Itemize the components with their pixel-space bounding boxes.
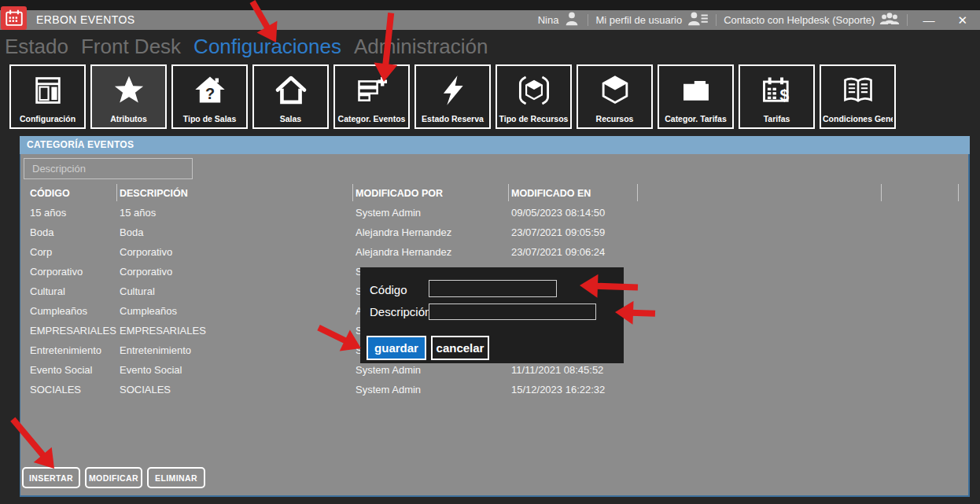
- table-row-sociales-modificado-por[interactable]: System Admin: [356, 380, 421, 399]
- column-header-modificado-por[interactable]: MODIFICADO POR: [356, 184, 443, 203]
- toolbar-button-label: Atributos: [94, 114, 164, 123]
- toolbar-button-categor-eventos[interactable]: Categor. Eventos: [333, 64, 410, 129]
- list-plus-icon: [335, 71, 408, 110]
- toolbar-button-salas[interactable]: Salas: [252, 64, 329, 129]
- table-row-corporativo-descripcion[interactable]: Corporativo: [120, 262, 172, 281]
- table-row-sociales-codigo[interactable]: SOCIALES: [30, 380, 81, 399]
- svg-text:?: ?: [204, 85, 214, 102]
- house-icon: [254, 71, 327, 110]
- person-icon: [563, 10, 580, 30]
- toolbar-button-recursos[interactable]: Recursos: [577, 64, 653, 129]
- column-separator: [116, 184, 117, 201]
- svg-text:$: $: [779, 86, 789, 104]
- toolbar-button-label: Condiciones Gene: [823, 114, 893, 123]
- star-icon: [92, 71, 165, 110]
- top-strip: [0, 0, 980, 10]
- folder-icon: [659, 71, 732, 110]
- toolbar-button-condiciones-gene[interactable]: Condiciones Gene: [820, 64, 896, 129]
- table-row-corporativo-codigo[interactable]: Corporativo: [30, 262, 83, 281]
- open-book-icon: [821, 71, 894, 110]
- eliminar-button[interactable]: ELIMINAR: [147, 467, 205, 488]
- calendar-dollar-icon: $: [740, 71, 813, 110]
- table-row-cultural-descripcion[interactable]: Cultural: [120, 281, 155, 301]
- toolbar-button-atributos[interactable]: Atributos: [90, 64, 167, 129]
- table-row-corp-descripcion[interactable]: Corporativo: [120, 242, 172, 262]
- table-row-evento-social-codigo[interactable]: Evento Social: [30, 360, 93, 380]
- table-row-entretenimiento-descripcion[interactable]: Entretenimiento: [120, 340, 191, 360]
- codigo-label: Código: [370, 283, 407, 296]
- toolbar-button-label: Configuración: [13, 114, 83, 123]
- category-dialog: Código Descripción guardar cancelar: [360, 267, 624, 363]
- column-separator: [637, 184, 638, 201]
- toolbar-button-label: Estado Reserva: [418, 114, 488, 123]
- people-group-icon: [879, 10, 900, 30]
- toolbar-button-label: Tarifas: [742, 114, 812, 123]
- toolbar-button-configuracion[interactable]: Configuración: [9, 64, 86, 129]
- table-row-entretenimiento-codigo[interactable]: Entretenimiento: [30, 340, 101, 360]
- table-row-corp-modificado-por[interactable]: Alejandra Hernandez: [356, 242, 451, 262]
- toolbar-button-tipo-de-salas[interactable]: ?Tipo de Salas: [171, 64, 248, 129]
- toolbar-button-tipo-de-recursos[interactable]: Tipo de Recursos: [496, 64, 572, 129]
- table-row-15-anos-modificado-por[interactable]: System Admin: [356, 203, 421, 223]
- toolbar-button-categor-tarifas[interactable]: Categor. Tarifas: [658, 64, 734, 129]
- table-row-empresariales-codigo[interactable]: EMPRESARIALES: [30, 321, 116, 340]
- close-button[interactable]: ✕: [949, 13, 975, 28]
- column-header-codigo[interactable]: CÓDIGO: [30, 184, 70, 203]
- tab-estado[interactable]: Estado: [5, 35, 68, 59]
- guardar-button[interactable]: guardar: [367, 336, 426, 360]
- table-row-evento-social-descripcion[interactable]: Evento Social: [120, 360, 182, 380]
- cube-brackets-icon: [497, 71, 570, 110]
- table-row-15-anos-modificado-en[interactable]: 09/05/2023 08:14:50: [511, 203, 605, 223]
- tab-front-desk[interactable]: Front Desk: [81, 35, 181, 59]
- table-row-sociales-modificado-en[interactable]: 15/12/2023 16:22:32: [511, 380, 605, 399]
- toolbar-button-label: Categor. Eventos: [337, 114, 407, 123]
- toolbar-button-label: Recursos: [580, 114, 650, 123]
- table-row-sociales-descripcion[interactable]: SOCIALES: [120, 380, 171, 399]
- user-name: Nina: [538, 14, 559, 26]
- codigo-input[interactable]: [429, 280, 557, 297]
- helpdesk-menu-label: Contacto con Helpdesk (Soporte): [724, 14, 875, 26]
- toolbar-button-label: Tipo de Recursos: [499, 114, 569, 123]
- table-row-boda-codigo[interactable]: Boda: [30, 223, 53, 242]
- descripcion-input[interactable]: [429, 304, 596, 320]
- column-separator: [508, 184, 509, 201]
- titlebar-separator: [716, 14, 717, 26]
- table-row-15-anos-descripcion[interactable]: 15 años: [120, 203, 156, 223]
- helpdesk-menu[interactable]: Contacto con Helpdesk (Soporte): [724, 10, 900, 30]
- tab-administracion[interactable]: Administración: [354, 35, 488, 59]
- table-row-corp-codigo[interactable]: Corp: [30, 242, 52, 262]
- table-row-cultural-codigo[interactable]: Cultural: [30, 281, 65, 301]
- cancelar-button[interactable]: cancelar: [431, 336, 489, 360]
- user-menu[interactable]: Nina: [538, 10, 581, 30]
- table-row-empresariales-descripcion[interactable]: EMPRESARIALES: [120, 321, 206, 340]
- table-row-boda-descripcion[interactable]: Boda: [120, 223, 143, 242]
- toolbar-button-label: Salas: [256, 114, 326, 123]
- modificar-button[interactable]: MODIFICAR: [85, 467, 142, 488]
- minimize-button[interactable]: —: [915, 13, 942, 27]
- cube-icon: [578, 71, 651, 110]
- titlebar-separator: [588, 14, 588, 26]
- column-header-descripcion[interactable]: DESCRIPCIÓN: [120, 184, 188, 203]
- table-row-cumpleanos-codigo[interactable]: Cumpleaños: [30, 301, 87, 321]
- column-header-modificado-en[interactable]: MODIFICADO EN: [511, 184, 591, 203]
- person-list-icon: [687, 10, 709, 30]
- insertar-button[interactable]: INSERTAR: [22, 467, 80, 488]
- house-question-icon: ?: [173, 71, 246, 110]
- column-separator: [881, 184, 882, 201]
- table-row-15-anos-codigo[interactable]: 15 años: [30, 203, 66, 223]
- table-row-cumpleanos-descripcion[interactable]: Cumpleaños: [120, 301, 177, 321]
- profile-menu[interactable]: Mi perfil de usuario: [595, 10, 709, 30]
- table-row-boda-modificado-en[interactable]: 23/07/2021 09:05:59: [511, 223, 605, 242]
- profile-menu-label: Mi perfil de usuario: [595, 14, 682, 26]
- column-separator: [958, 184, 959, 201]
- section-header: CATEGORÍA EVENTOS: [20, 136, 970, 154]
- tab-configuraciones[interactable]: Configuraciones: [193, 35, 341, 59]
- toolbar-button-estado-reserva[interactable]: Estado Reserva: [414, 64, 491, 129]
- table-row-boda-modificado-por[interactable]: Alejandra Hernandez: [356, 223, 451, 242]
- lightning-icon: [416, 71, 489, 110]
- table-row-corp-modificado-en[interactable]: 23/07/2021 09:06:24: [511, 242, 605, 262]
- description-filter-input[interactable]: [24, 158, 193, 179]
- column-separator: [352, 184, 353, 201]
- toolbar-button-tarifas[interactable]: $Tarifas: [739, 64, 815, 129]
- titlebar-separator: [907, 14, 908, 26]
